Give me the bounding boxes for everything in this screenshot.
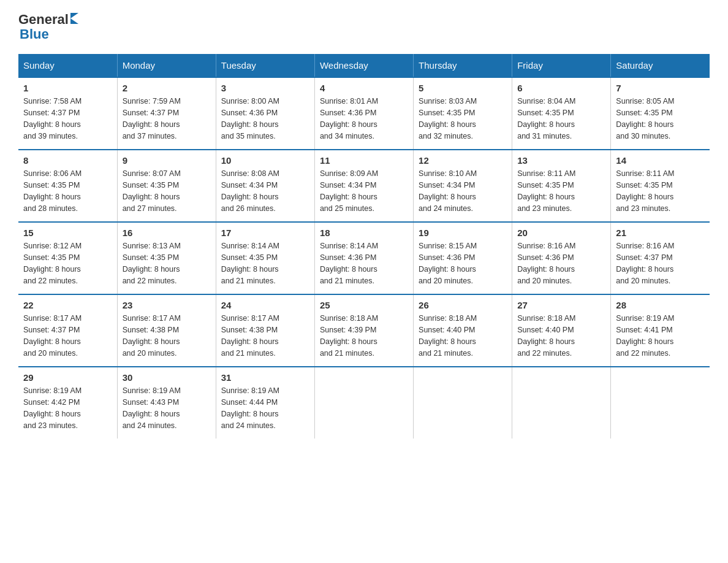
day-number: 1 bbox=[23, 83, 112, 93]
day-number: 28 bbox=[616, 300, 705, 310]
calendar-header-row: SundayMondayTuesdayWednesdayThursdayFrid… bbox=[18, 54, 710, 77]
logo-text-general: General bbox=[18, 12, 69, 27]
day-number: 15 bbox=[23, 228, 112, 238]
day-info: Sunrise: 8:19 AM Sunset: 4:42 PM Dayligh… bbox=[23, 385, 112, 431]
day-number: 11 bbox=[320, 155, 408, 166]
day-info: Sunrise: 8:06 AM Sunset: 4:35 PM Dayligh… bbox=[23, 168, 112, 214]
calendar-cell: 23 Sunrise: 8:17 AM Sunset: 4:38 PM Dayl… bbox=[117, 294, 216, 367]
calendar-cell: 27 Sunrise: 8:18 AM Sunset: 4:40 PM Dayl… bbox=[512, 294, 611, 367]
calendar-cell: 13 Sunrise: 8:11 AM Sunset: 4:35 PM Dayl… bbox=[512, 150, 611, 222]
calendar-cell: 12 Sunrise: 8:10 AM Sunset: 4:34 PM Dayl… bbox=[414, 150, 512, 222]
calendar-cell: 10 Sunrise: 8:08 AM Sunset: 4:34 PM Dayl… bbox=[216, 150, 314, 222]
calendar-cell: 11 Sunrise: 8:09 AM Sunset: 4:34 PM Dayl… bbox=[314, 150, 413, 222]
day-info: Sunrise: 8:12 AM Sunset: 4:35 PM Dayligh… bbox=[23, 240, 112, 286]
calendar-cell: 14 Sunrise: 8:11 AM Sunset: 4:35 PM Dayl… bbox=[611, 150, 710, 222]
calendar-cell: 15 Sunrise: 8:12 AM Sunset: 4:35 PM Dayl… bbox=[18, 222, 117, 294]
day-info: Sunrise: 8:14 AM Sunset: 4:36 PM Dayligh… bbox=[320, 240, 408, 286]
day-info: Sunrise: 8:18 AM Sunset: 4:40 PM Dayligh… bbox=[517, 313, 605, 359]
day-info: Sunrise: 8:04 AM Sunset: 4:35 PM Dayligh… bbox=[517, 96, 605, 142]
day-number: 10 bbox=[221, 155, 309, 166]
day-info: Sunrise: 8:14 AM Sunset: 4:35 PM Dayligh… bbox=[221, 240, 309, 286]
calendar-cell: 16 Sunrise: 8:13 AM Sunset: 4:35 PM Dayl… bbox=[117, 222, 216, 294]
logo-text-blue: Blue bbox=[20, 27, 49, 42]
calendar-cell: 17 Sunrise: 8:14 AM Sunset: 4:35 PM Dayl… bbox=[216, 222, 314, 294]
calendar-cell: 18 Sunrise: 8:14 AM Sunset: 4:36 PM Dayl… bbox=[314, 222, 413, 294]
day-number: 2 bbox=[123, 83, 211, 93]
day-number: 17 bbox=[221, 228, 309, 238]
day-info: Sunrise: 8:15 AM Sunset: 4:36 PM Dayligh… bbox=[419, 240, 507, 286]
day-number: 29 bbox=[23, 372, 112, 383]
column-header-saturday: Saturday bbox=[611, 54, 710, 77]
logo: General Blue bbox=[18, 12, 78, 42]
calendar-cell: 6 Sunrise: 8:04 AM Sunset: 4:35 PM Dayli… bbox=[512, 77, 611, 150]
day-info: Sunrise: 8:03 AM Sunset: 4:35 PM Dayligh… bbox=[419, 96, 507, 142]
calendar-cell: 28 Sunrise: 8:19 AM Sunset: 4:41 PM Dayl… bbox=[611, 294, 710, 367]
day-info: Sunrise: 8:08 AM Sunset: 4:34 PM Dayligh… bbox=[221, 168, 309, 214]
day-number: 19 bbox=[419, 228, 507, 238]
day-number: 31 bbox=[221, 372, 309, 383]
calendar-cell: 25 Sunrise: 8:18 AM Sunset: 4:39 PM Dayl… bbox=[314, 294, 413, 367]
column-header-sunday: Sunday bbox=[18, 54, 117, 77]
day-info: Sunrise: 8:18 AM Sunset: 4:40 PM Dayligh… bbox=[419, 313, 507, 359]
day-info: Sunrise: 8:17 AM Sunset: 4:38 PM Dayligh… bbox=[123, 313, 211, 359]
calendar-cell bbox=[611, 367, 710, 439]
day-number: 23 bbox=[123, 300, 211, 310]
day-number: 30 bbox=[123, 372, 211, 383]
day-info: Sunrise: 8:18 AM Sunset: 4:39 PM Dayligh… bbox=[320, 313, 408, 359]
day-number: 16 bbox=[123, 228, 211, 238]
calendar-week-row: 1 Sunrise: 7:58 AM Sunset: 4:37 PM Dayli… bbox=[18, 77, 710, 150]
day-number: 22 bbox=[23, 300, 112, 310]
day-number: 24 bbox=[221, 300, 309, 310]
day-number: 9 bbox=[123, 155, 211, 166]
calendar-cell: 29 Sunrise: 8:19 AM Sunset: 4:42 PM Dayl… bbox=[18, 367, 117, 439]
calendar-cell: 5 Sunrise: 8:03 AM Sunset: 4:35 PM Dayli… bbox=[414, 77, 512, 150]
day-info: Sunrise: 8:05 AM Sunset: 4:35 PM Dayligh… bbox=[616, 96, 705, 142]
day-number: 6 bbox=[517, 83, 605, 93]
day-info: Sunrise: 8:19 AM Sunset: 4:43 PM Dayligh… bbox=[123, 385, 211, 431]
day-info: Sunrise: 7:59 AM Sunset: 4:37 PM Dayligh… bbox=[123, 96, 211, 142]
calendar-cell bbox=[512, 367, 611, 439]
day-info: Sunrise: 8:00 AM Sunset: 4:36 PM Dayligh… bbox=[221, 96, 309, 142]
calendar-cell: 20 Sunrise: 8:16 AM Sunset: 4:36 PM Dayl… bbox=[512, 222, 611, 294]
day-info: Sunrise: 8:07 AM Sunset: 4:35 PM Dayligh… bbox=[123, 168, 211, 214]
column-header-friday: Friday bbox=[512, 54, 611, 77]
calendar-cell: 1 Sunrise: 7:58 AM Sunset: 4:37 PM Dayli… bbox=[18, 77, 117, 150]
day-info: Sunrise: 8:09 AM Sunset: 4:34 PM Dayligh… bbox=[320, 168, 408, 214]
column-header-monday: Monday bbox=[117, 54, 216, 77]
column-header-wednesday: Wednesday bbox=[314, 54, 413, 77]
day-number: 3 bbox=[221, 83, 309, 93]
column-header-thursday: Thursday bbox=[414, 54, 512, 77]
day-number: 26 bbox=[419, 300, 507, 310]
calendar-cell: 8 Sunrise: 8:06 AM Sunset: 4:35 PM Dayli… bbox=[18, 150, 117, 222]
calendar-cell: 9 Sunrise: 8:07 AM Sunset: 4:35 PM Dayli… bbox=[117, 150, 216, 222]
calendar-cell: 24 Sunrise: 8:17 AM Sunset: 4:38 PM Dayl… bbox=[216, 294, 314, 367]
calendar-cell: 21 Sunrise: 8:16 AM Sunset: 4:37 PM Dayl… bbox=[611, 222, 710, 294]
day-number: 13 bbox=[517, 155, 605, 166]
day-number: 20 bbox=[517, 228, 605, 238]
day-number: 12 bbox=[419, 155, 507, 166]
day-info: Sunrise: 8:17 AM Sunset: 4:37 PM Dayligh… bbox=[23, 313, 112, 359]
calendar-cell bbox=[414, 367, 512, 439]
day-info: Sunrise: 8:17 AM Sunset: 4:38 PM Dayligh… bbox=[221, 313, 309, 359]
calendar-table: SundayMondayTuesdayWednesdayThursdayFrid… bbox=[18, 54, 710, 439]
day-number: 25 bbox=[320, 300, 408, 310]
day-number: 27 bbox=[517, 300, 605, 310]
day-info: Sunrise: 8:11 AM Sunset: 4:35 PM Dayligh… bbox=[616, 168, 705, 214]
day-info: Sunrise: 8:01 AM Sunset: 4:36 PM Dayligh… bbox=[320, 96, 408, 142]
calendar-week-row: 15 Sunrise: 8:12 AM Sunset: 4:35 PM Dayl… bbox=[18, 222, 710, 294]
day-number: 14 bbox=[616, 155, 705, 166]
day-info: Sunrise: 8:11 AM Sunset: 4:35 PM Dayligh… bbox=[517, 168, 605, 214]
calendar-cell: 2 Sunrise: 7:59 AM Sunset: 4:37 PM Dayli… bbox=[117, 77, 216, 150]
calendar-cell: 7 Sunrise: 8:05 AM Sunset: 4:35 PM Dayli… bbox=[611, 77, 710, 150]
calendar-cell: 3 Sunrise: 8:00 AM Sunset: 4:36 PM Dayli… bbox=[216, 77, 314, 150]
column-header-tuesday: Tuesday bbox=[216, 54, 314, 77]
calendar-cell bbox=[314, 367, 413, 439]
day-number: 21 bbox=[616, 228, 705, 238]
day-info: Sunrise: 8:19 AM Sunset: 4:41 PM Dayligh… bbox=[616, 313, 705, 359]
calendar-cell: 4 Sunrise: 8:01 AM Sunset: 4:36 PM Dayli… bbox=[314, 77, 413, 150]
day-info: Sunrise: 8:10 AM Sunset: 4:34 PM Dayligh… bbox=[419, 168, 507, 214]
day-number: 4 bbox=[320, 83, 408, 93]
calendar-cell: 19 Sunrise: 8:15 AM Sunset: 4:36 PM Dayl… bbox=[414, 222, 512, 294]
day-number: 5 bbox=[419, 83, 507, 93]
day-info: Sunrise: 7:58 AM Sunset: 4:37 PM Dayligh… bbox=[23, 96, 112, 142]
